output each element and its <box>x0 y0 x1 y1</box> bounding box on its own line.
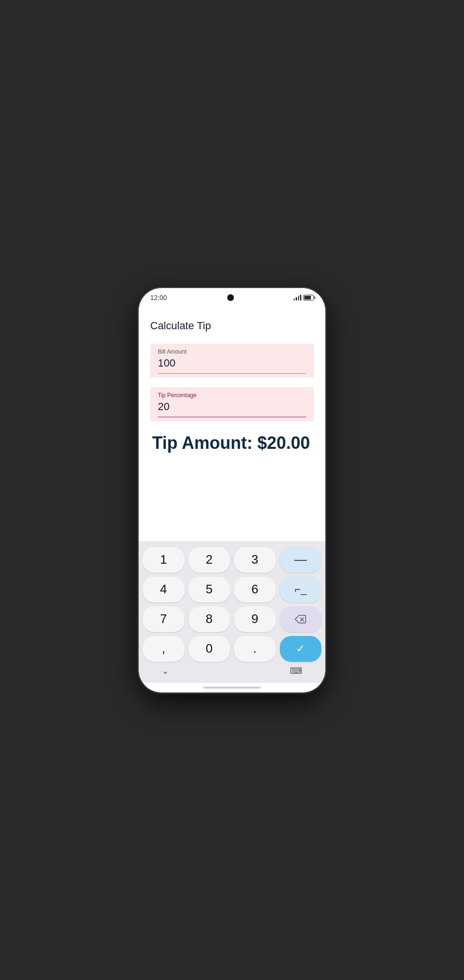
bill-amount-field[interactable]: Bill Amount 100 <box>150 344 314 378</box>
keyboard-grid: 1 2 3 — 4 5 6 ⌐_ 7 8 9 <box>143 547 321 662</box>
camera-notch <box>227 294 234 301</box>
key-4[interactable]: 4 <box>143 577 185 602</box>
key-minus[interactable]: — <box>280 547 322 573</box>
signal-icon <box>294 295 301 301</box>
key-tab[interactable]: ⌐_ <box>280 577 322 602</box>
bill-amount-label: Bill Amount <box>158 348 306 355</box>
keyboard-hide-button[interactable]: ⌄ <box>162 666 169 676</box>
status-bar: 12:00 <box>139 288 325 305</box>
tip-result: Tip Amount: $20.00 <box>150 433 314 453</box>
key-6[interactable]: 6 <box>234 577 276 602</box>
phone-frame: 12:00 Calculate Tip Bill Amount 10 <box>139 288 325 692</box>
keyboard-bottom-bar: ⌄ ⌨ <box>143 662 321 679</box>
key-1[interactable]: 1 <box>143 547 185 573</box>
key-2[interactable]: 2 <box>188 547 231 573</box>
home-bar <box>203 687 261 689</box>
tip-percentage-field[interactable]: Tip Percentage 20 <box>150 387 314 422</box>
key-comma[interactable]: , <box>143 636 185 662</box>
key-0[interactable]: 0 <box>188 636 231 662</box>
tip-percentage-label: Tip Percentage <box>158 392 306 399</box>
status-time: 12:00 <box>150 294 167 301</box>
app-title: Calculate Tip <box>150 320 314 332</box>
key-delete[interactable] <box>280 606 322 632</box>
app-content: Calculate Tip Bill Amount 100 Tip Percen… <box>139 305 325 541</box>
keyboard-switch-icon[interactable]: ⌨ <box>290 666 302 676</box>
tip-amount-text: Tip Amount: $20.00 <box>152 433 312 453</box>
status-icons <box>294 295 314 301</box>
bill-amount-value: 100 <box>158 357 306 369</box>
tip-percentage-value: 20 <box>158 401 306 413</box>
tip-percentage-underline <box>158 417 306 418</box>
key-9[interactable]: 9 <box>234 606 276 632</box>
keyboard-area: 1 2 3 — 4 5 6 ⌐_ 7 8 9 <box>139 541 325 683</box>
key-enter[interactable]: ✓ <box>280 636 322 662</box>
bill-amount-underline <box>158 373 306 374</box>
key-dot[interactable]: . <box>234 636 276 662</box>
key-3[interactable]: 3 <box>234 547 276 573</box>
battery-icon <box>303 295 314 301</box>
key-7[interactable]: 7 <box>143 606 185 632</box>
home-indicator <box>139 683 325 692</box>
key-5[interactable]: 5 <box>188 577 231 602</box>
phone-screen: 12:00 Calculate Tip Bill Amount 10 <box>139 288 325 692</box>
battery-fill <box>304 296 311 300</box>
key-8[interactable]: 8 <box>188 606 231 632</box>
